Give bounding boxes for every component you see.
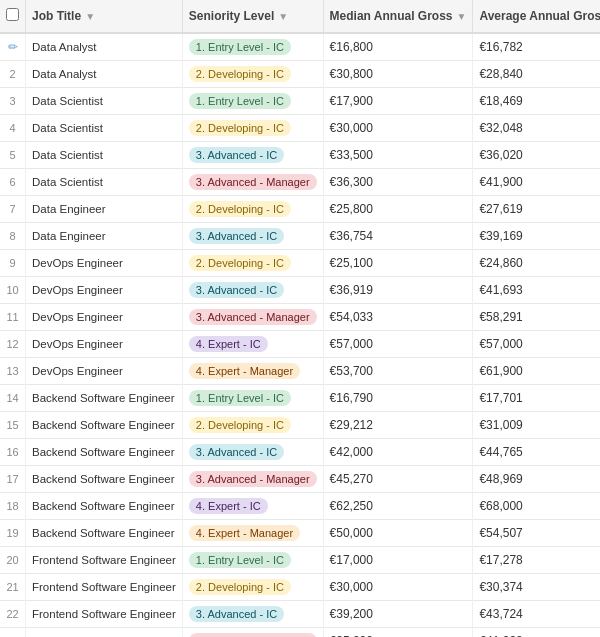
row-number: 6 — [9, 176, 15, 188]
seniority-cell: 3. Advanced - IC — [182, 601, 323, 628]
table-row: 21Frontend Software Engineer2. Developin… — [0, 574, 600, 601]
job-title-cell: Frontend Software Engineer — [26, 628, 183, 638]
header-checkbox-col — [0, 0, 26, 33]
select-all-checkbox[interactable] — [6, 8, 19, 21]
average-cell: €39,169 — [473, 223, 600, 250]
row-checkbox-cell: ✏ — [0, 33, 26, 61]
average-cell: €36,020 — [473, 142, 600, 169]
median-cell: €36,919 — [323, 277, 473, 304]
average-cell: €41,693 — [473, 277, 600, 304]
seniority-badge: 3. Advanced - IC — [189, 147, 284, 163]
seniority-badge: 3. Advanced - IC — [189, 282, 284, 298]
header-seniority: Seniority Level ▼ — [182, 0, 323, 33]
median-cell: €53,700 — [323, 358, 473, 385]
row-checkbox-cell: 10 — [0, 277, 26, 304]
row-number: 15 — [6, 419, 18, 431]
header-average: Average Annual Gross ▼ — [473, 0, 600, 33]
table-row: 3Data Scientist1. Entry Level - IC€17,90… — [0, 88, 600, 115]
seniority-cell: 1. Entry Level - IC — [182, 33, 323, 61]
edit-icon[interactable]: ✏ — [8, 40, 18, 54]
seniority-badge: 2. Developing - IC — [189, 579, 291, 595]
median-cell: €39,200 — [323, 601, 473, 628]
row-number: 16 — [6, 446, 18, 458]
sort-icon-job-title[interactable]: ▼ — [85, 11, 95, 22]
seniority-badge: 2. Developing - IC — [189, 66, 291, 82]
median-cell: €30,000 — [323, 115, 473, 142]
seniority-cell: 1. Entry Level - IC — [182, 88, 323, 115]
seniority-cell: 3. Advanced - Manager — [182, 628, 323, 638]
job-title-cell: Data Scientist — [26, 169, 183, 196]
table-row: 2Data Analyst2. Developing - IC€30,800€2… — [0, 61, 600, 88]
row-checkbox-cell: 6 — [0, 169, 26, 196]
row-checkbox-cell: 17 — [0, 466, 26, 493]
median-cell: €17,900 — [323, 88, 473, 115]
median-cell: €36,754 — [323, 223, 473, 250]
job-title-cell: Data Engineer — [26, 196, 183, 223]
table-row: 19Backend Software Engineer4. Expert - M… — [0, 520, 600, 547]
job-title-cell: Backend Software Engineer — [26, 412, 183, 439]
row-number: 5 — [9, 149, 15, 161]
row-checkbox-cell: 20 — [0, 547, 26, 574]
seniority-cell: 3. Advanced - Manager — [182, 466, 323, 493]
row-number: 14 — [6, 392, 18, 404]
average-cell: €32,048 — [473, 115, 600, 142]
median-cell: €30,000 — [323, 574, 473, 601]
median-cell: €45,270 — [323, 466, 473, 493]
job-title-cell: Backend Software Engineer — [26, 439, 183, 466]
table-row: 6Data Scientist3. Advanced - Manager€36,… — [0, 169, 600, 196]
job-title-cell: Data Analyst — [26, 61, 183, 88]
row-number: 17 — [6, 473, 18, 485]
row-checkbox-cell: 19 — [0, 520, 26, 547]
seniority-cell: 2. Developing - IC — [182, 115, 323, 142]
average-cell: €41,928 — [473, 628, 600, 638]
seniority-badge: 2. Developing - IC — [189, 201, 291, 217]
table-row: 18Backend Software Engineer4. Expert - I… — [0, 493, 600, 520]
seniority-cell: 3. Advanced - IC — [182, 223, 323, 250]
data-table: Job Title ▼ Seniority Level ▼ Median Ann… — [0, 0, 600, 637]
median-cell: €62,250 — [323, 493, 473, 520]
median-cell: €16,800 — [323, 33, 473, 61]
seniority-badge: 1. Entry Level - IC — [189, 390, 291, 406]
row-number: 13 — [6, 365, 18, 377]
median-cell: €30,800 — [323, 61, 473, 88]
seniority-label: Seniority Level — [189, 9, 274, 23]
average-cell: €41,900 — [473, 169, 600, 196]
seniority-cell: 4. Expert - Manager — [182, 520, 323, 547]
row-checkbox-cell: 16 — [0, 439, 26, 466]
row-checkbox-cell: 13 — [0, 358, 26, 385]
job-title-cell: Backend Software Engineer — [26, 466, 183, 493]
job-title-cell: Backend Software Engineer — [26, 493, 183, 520]
average-cell: €54,507 — [473, 520, 600, 547]
job-title-cell: DevOps Engineer — [26, 250, 183, 277]
median-cell: €16,790 — [323, 385, 473, 412]
seniority-cell: 4. Expert - IC — [182, 331, 323, 358]
seniority-badge: 4. Expert - Manager — [189, 525, 300, 541]
seniority-cell: 3. Advanced - IC — [182, 142, 323, 169]
median-cell: €17,000 — [323, 547, 473, 574]
job-title-cell: Backend Software Engineer — [26, 385, 183, 412]
header-median: Median Annual Gross ▼ — [323, 0, 473, 33]
table-row: 20Frontend Software Engineer1. Entry Lev… — [0, 547, 600, 574]
job-title-cell: Data Scientist — [26, 115, 183, 142]
seniority-badge: 1. Entry Level - IC — [189, 39, 291, 55]
row-number: 21 — [6, 581, 18, 593]
row-number: 9 — [9, 257, 15, 269]
seniority-badge: 4. Expert - IC — [189, 336, 268, 352]
row-number: 7 — [9, 203, 15, 215]
job-title-label: Job Title — [32, 9, 81, 23]
average-cell: €24,860 — [473, 250, 600, 277]
row-number: 3 — [9, 95, 15, 107]
seniority-badge: 3. Advanced - Manager — [189, 174, 317, 190]
row-number: 11 — [6, 311, 18, 323]
table-row: 5Data Scientist3. Advanced - IC€33,500€3… — [0, 142, 600, 169]
sort-icon-seniority[interactable]: ▼ — [278, 11, 288, 22]
row-number: 10 — [6, 284, 18, 296]
row-checkbox-cell: 9 — [0, 250, 26, 277]
sort-icon-median[interactable]: ▼ — [457, 11, 467, 22]
average-cell: €43,724 — [473, 601, 600, 628]
average-cell: €17,278 — [473, 547, 600, 574]
table-row: 4Data Scientist2. Developing - IC€30,000… — [0, 115, 600, 142]
table-row: 12DevOps Engineer4. Expert - IC€57,000€5… — [0, 331, 600, 358]
average-cell: €61,900 — [473, 358, 600, 385]
job-title-cell: Frontend Software Engineer — [26, 574, 183, 601]
